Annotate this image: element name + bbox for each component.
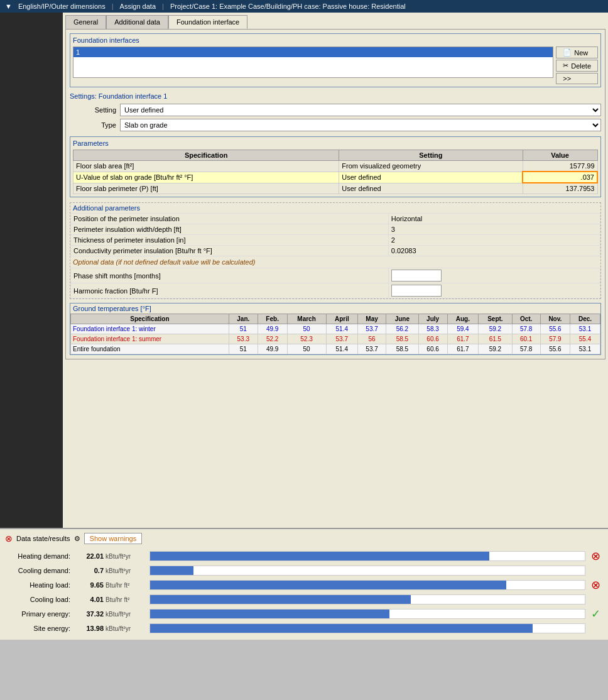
params-spec: Floor slab area [ft²]: [73, 161, 339, 172]
gt-cell: 51: [229, 344, 258, 354]
project-path: Project/Case 1: Example Case/Building/PH…: [170, 3, 406, 10]
metric-bar-container: [149, 594, 585, 604]
metric-bar: [150, 595, 411, 604]
gt-cell: 58.5: [386, 334, 419, 344]
gt-cell: 60.6: [418, 344, 447, 354]
setting-select[interactable]: User defined: [120, 104, 601, 116]
gt-cell: 53.7: [358, 344, 386, 354]
gt-cell: 58.3: [418, 324, 447, 334]
gt-cell: 55.6: [540, 344, 570, 354]
metric-bar: [150, 566, 193, 575]
gt-row-label: Foundation interface 1: winter: [71, 324, 229, 334]
metric-row: Cooling load: 4.01 Btu/hr ft²: [5, 594, 603, 604]
optional-params-label: Harmonic fraction [Btu/hr F]: [71, 283, 389, 298]
metric-bar: [150, 610, 389, 618]
optional-params-row: Phase shift months [months]: [71, 268, 600, 283]
gt-row-label: Entire foundation: [71, 344, 229, 354]
delete-icon: ✂: [563, 62, 568, 70]
metric-unit: kBtu/ft²yr: [106, 567, 149, 574]
metric-unit: kBtu/ft²yr: [106, 625, 149, 632]
bottom-header: ⊗ Data state/results ⚙ Show warnings: [5, 533, 603, 544]
nav-english[interactable]: English/IP/Outer dimensions: [18, 3, 106, 10]
optional-params-input[interactable]: [388, 283, 600, 298]
more-button[interactable]: >>: [556, 73, 598, 84]
add-params-value: 0.02083: [388, 246, 600, 256]
gt-cell: 60.1: [512, 334, 540, 344]
metric-label: Site energy:: [5, 625, 74, 632]
params-setting: From visualized geometry: [339, 161, 523, 172]
fi-buttons: 📄 New ✂ Delete >>: [556, 46, 598, 84]
gt-cell: 53.1: [570, 344, 600, 354]
tab-additional-data[interactable]: Additional data: [106, 15, 168, 29]
add-params-value: 2: [388, 235, 600, 246]
metric-unit: kBtu/ft²yr: [106, 553, 149, 560]
add-params-table: Position of the perimeter insulation Hor…: [70, 213, 600, 256]
add-params-label: Perimeter insulation width/depth [ft]: [71, 224, 389, 235]
gt-cell: 57.8: [512, 324, 540, 334]
gt-cell: 50: [287, 344, 326, 354]
type-label: Type: [70, 121, 120, 129]
optional-params-label: Phase shift months [months]: [71, 268, 389, 283]
left-panel: [0, 13, 63, 528]
nav-assign-data[interactable]: Assign data: [120, 3, 156, 10]
params-value[interactable]: .037: [523, 172, 597, 183]
add-params-row: Position of the perimeter insulation Hor…: [71, 214, 600, 224]
type-select[interactable]: Slab on grade: [120, 119, 601, 131]
new-button[interactable]: 📄 New: [556, 46, 598, 58]
gt-cell: 52.2: [258, 334, 287, 344]
metric-label: Heating demand:: [5, 552, 74, 560]
parameters-section: Parameters Specification Setting Value F…: [70, 136, 601, 197]
gt-month-header: Jan.: [229, 314, 258, 324]
right-panel: General Additional data Foundation inter…: [63, 13, 608, 528]
gt-cell: 57.9: [540, 334, 570, 344]
params-row: U-Value of slab on grade [Btu/hr ft² °F]…: [73, 172, 598, 183]
metric-label: Primary energy:: [5, 610, 74, 618]
tab-general[interactable]: General: [65, 15, 106, 29]
new-label: New: [574, 49, 588, 57]
metric-unit: Btu/hr ft²: [106, 582, 149, 589]
parameters-title: Parameters: [73, 139, 598, 147]
metric-value: 37.32: [74, 610, 106, 618]
gt-col-spec: Specification: [71, 314, 229, 324]
gt-month-header: Oct.: [512, 314, 540, 324]
metric-bar: [150, 624, 533, 633]
gt-cell: 61.7: [447, 344, 479, 354]
additional-params-title: Additional parameters: [70, 203, 600, 213]
show-warnings-button[interactable]: Show warnings: [84, 533, 143, 544]
close-icon[interactable]: ⊗: [5, 533, 13, 544]
dropdown-icon[interactable]: ▼: [5, 3, 12, 10]
params-setting: User defined: [339, 172, 523, 183]
params-value: 137.7953: [523, 183, 597, 194]
metric-value: 9.65: [74, 581, 106, 589]
gear-icon[interactable]: ⚙: [74, 535, 80, 543]
delete-button[interactable]: ✂ Delete: [556, 60, 598, 72]
metric-row: Heating demand: 22.01 kBtu/ft²yr ⊗: [5, 549, 603, 563]
params-spec: Floor slab perimeter (P) [ft]: [73, 183, 339, 194]
optional-params-input[interactable]: [388, 268, 600, 283]
parameters-table: Specification Setting Value Floor slab a…: [73, 150, 598, 194]
gt-cell: 56: [358, 334, 386, 344]
new-icon: 📄: [563, 48, 572, 57]
more-label: >>: [563, 75, 571, 82]
metric-row: Primary energy: 37.32 kBtu/ft²yr ✓: [5, 607, 603, 621]
gt-cell: 51: [229, 324, 258, 334]
metric-bar: [150, 552, 489, 561]
gt-cell: 60.6: [418, 334, 447, 344]
gt-month-header: Dec.: [570, 314, 600, 324]
params-spec: U-Value of slab on grade [Btu/hr ft² °F]: [73, 172, 339, 183]
gt-cell: 56.2: [386, 324, 419, 334]
metric-unit: Btu/hr ft²: [106, 596, 149, 603]
tab-foundation-interface[interactable]: Foundation interface: [168, 15, 247, 29]
col-setting: Setting: [339, 150, 523, 161]
gt-header-row: SpecificationJan.Feb.MarchAprilMayJuneJu…: [71, 314, 600, 324]
fi-list-item[interactable]: 1: [73, 47, 553, 57]
metric-value: 22.01: [74, 552, 106, 560]
metric-bar-container: [149, 609, 585, 619]
add-params-value: 3: [388, 224, 600, 235]
setting-label: Setting: [70, 106, 120, 114]
params-row: Floor slab perimeter (P) [ft] User defin…: [73, 183, 598, 194]
metric-unit: kBtu/ft²yr: [106, 611, 149, 618]
title-bar: ▼ English/IP/Outer dimensions | Assign d…: [0, 0, 608, 13]
tabs-container: General Additional data Foundation inter…: [65, 15, 605, 29]
metric-bar-container: [149, 580, 585, 590]
